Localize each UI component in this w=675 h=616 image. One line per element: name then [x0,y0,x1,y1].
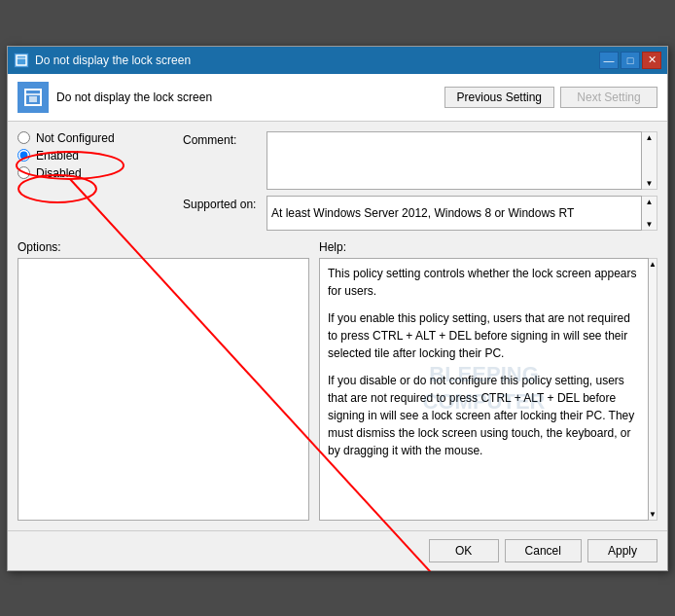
middle-section: Options: Help: BLEEPING COMPUTER Thi [18,240,657,521]
dialog-header: Do not display the lock screen Previous … [8,74,667,122]
header-icon [18,82,49,113]
help-label: Help: [319,240,657,254]
svg-rect-0 [17,55,26,65]
disabled-radio[interactable] [18,166,30,179]
help-scrollbar: ▲ ▼ [649,258,657,521]
ok-button[interactable]: OK [429,539,499,562]
apply-button[interactable]: Apply [587,539,657,562]
help-panel: Help: BLEEPING COMPUTER This policy sett… [319,240,657,521]
supported-on-label: Supported on: [183,196,261,211]
help-content-wrapper: BLEEPING COMPUTER This policy setting co… [319,258,657,521]
enabled-label: Enabled [36,149,79,163]
header-buttons: Previous Setting Next Setting [444,87,657,108]
supported-scroll-up[interactable]: ▲ [646,198,654,206]
comment-textarea[interactable] [266,131,642,190]
help-scroll-up[interactable]: ▲ [649,260,657,269]
scroll-down-arrow[interactable]: ▼ [646,179,654,188]
options-label: Options: [18,240,309,254]
cancel-button[interactable]: Cancel [505,539,582,562]
scroll-up-arrow[interactable]: ▲ [646,133,654,142]
not-configured-option[interactable]: Not Configured [18,131,173,145]
maximize-button[interactable]: □ [621,52,640,69]
svg-rect-4 [29,96,37,102]
help-content: BLEEPING COMPUTER This policy setting co… [319,258,649,521]
supported-scroll-down[interactable]: ▼ [646,220,654,229]
supported-on-value: At least Windows Server 2012, Windows 8 … [266,196,642,231]
comment-row: Comment: ▲ ▼ [183,131,657,190]
help-paragraph-1: This policy setting controls whether the… [328,265,640,300]
app-icon [14,53,29,68]
options-content [18,258,309,521]
dialog-body: Not Configured Enabled Disabled Comment: [8,122,667,530]
help-paragraph-2: If you enable this policy setting, users… [328,309,640,362]
title-bar-title: Do not display the lock screen [35,54,191,67]
options-panel: Options: [18,240,309,521]
disabled-option[interactable]: Disabled [18,166,173,180]
radio-options-panel: Not Configured Enabled Disabled [18,131,173,231]
top-section: Not Configured Enabled Disabled Comment: [18,131,657,231]
bottom-bar: OK Cancel Apply [8,530,667,570]
enabled-option[interactable]: Enabled [18,149,173,163]
next-setting-button[interactable]: Next Setting [560,87,657,108]
dialog-header-title: Do not display the lock screen [56,91,212,104]
help-paragraph-3: If you disable or do not configure this … [328,372,640,459]
disabled-label: Disabled [36,166,82,180]
not-configured-label: Not Configured [36,131,115,145]
previous-setting-button[interactable]: Previous Setting [444,87,554,108]
right-panel: Comment: ▲ ▼ Supported on: At least [183,131,657,231]
title-bar: Do not display the lock screen — □ ✕ [8,47,667,74]
not-configured-radio[interactable] [18,131,30,144]
minimize-button[interactable]: — [599,52,619,69]
window-controls: — □ ✕ [599,52,661,69]
enabled-radio[interactable] [18,149,30,162]
close-button[interactable]: ✕ [642,52,661,69]
comment-label: Comment: [183,131,261,147]
supported-on-row: Supported on: At least Windows Server 20… [183,196,657,231]
help-scroll-down[interactable]: ▼ [649,510,657,519]
